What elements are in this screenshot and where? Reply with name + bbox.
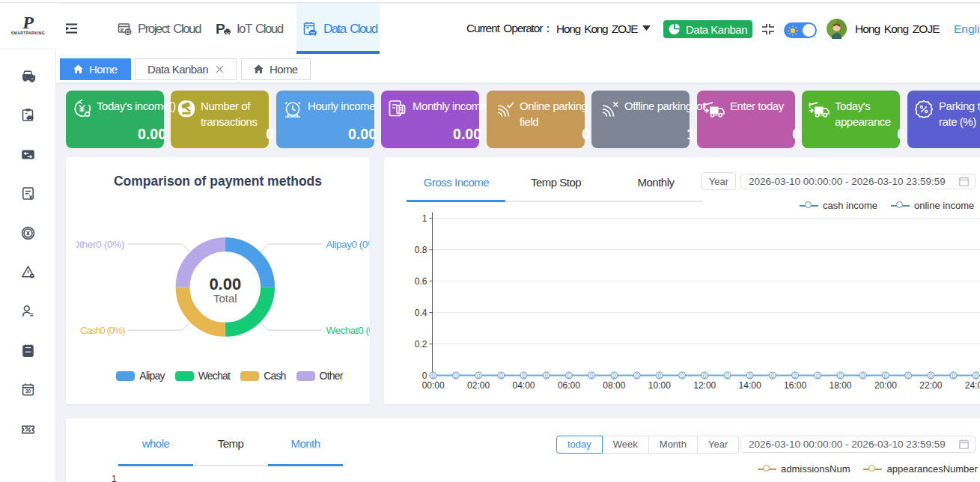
svg-text:0.8: 0.8 xyxy=(415,245,427,255)
svg-text:0.00: 0.00 xyxy=(209,275,241,293)
svg-text:Alipay0 (0%): Alipay0 (0%) xyxy=(326,239,370,250)
svg-text:0.4: 0.4 xyxy=(415,308,427,318)
svg-text:Wechat0 (0%): Wechat0 (0%) xyxy=(326,325,370,336)
svg-text:0: 0 xyxy=(590,372,594,379)
svg-text:24:00: 24:00 xyxy=(965,380,980,391)
svg-text:0: 0 xyxy=(657,372,661,379)
svg-text:0: 0 xyxy=(635,372,639,379)
svg-text:0: 0 xyxy=(522,372,526,379)
svg-text:0: 0 xyxy=(816,372,820,379)
svg-text:0: 0 xyxy=(974,372,978,379)
svg-text:00:00: 00:00 xyxy=(422,380,445,391)
svg-text:0.2: 0.2 xyxy=(415,339,427,350)
svg-text:0: 0 xyxy=(884,372,888,379)
svg-text:0: 0 xyxy=(770,372,774,379)
svg-text:0: 0 xyxy=(794,372,797,379)
svg-text:0: 0 xyxy=(499,372,503,379)
svg-text:0: 0 xyxy=(454,372,458,379)
svg-text:0: 0 xyxy=(929,372,933,379)
svg-text:22:00: 22:00 xyxy=(919,380,942,391)
svg-text:0: 0 xyxy=(907,372,910,379)
svg-text:12:00: 12:00 xyxy=(693,380,716,391)
svg-text:30: 30 xyxy=(25,388,31,394)
svg-text:02:00: 02:00 xyxy=(467,380,490,391)
svg-text:Total: Total xyxy=(213,292,237,305)
svg-text:Other0 (0%): Other0 (0%) xyxy=(76,239,124,250)
svg-text:08:00: 08:00 xyxy=(603,380,625,391)
svg-text:0: 0 xyxy=(612,372,616,379)
svg-text:06:00: 06:00 xyxy=(558,380,580,391)
svg-text:10:00: 10:00 xyxy=(648,380,671,391)
svg-text:0: 0 xyxy=(431,372,435,379)
svg-text:0: 0 xyxy=(681,372,684,379)
svg-text:0: 0 xyxy=(839,372,842,379)
svg-text:0: 0 xyxy=(477,372,481,379)
svg-text:0: 0 xyxy=(544,372,548,379)
svg-text:0: 0 xyxy=(861,372,865,379)
svg-text:Cash0 (0%): Cash0 (0%) xyxy=(80,325,125,336)
svg-text:P: P xyxy=(216,21,225,37)
svg-text:0: 0 xyxy=(703,372,707,379)
svg-text:0: 0 xyxy=(952,372,955,379)
svg-text:16:00: 16:00 xyxy=(784,380,806,391)
svg-text:20:00: 20:00 xyxy=(874,380,897,391)
svg-text:04:00: 04:00 xyxy=(513,380,535,391)
svg-text:0: 0 xyxy=(748,372,752,379)
svg-text:0: 0 xyxy=(725,372,729,379)
svg-text:18:00: 18:00 xyxy=(829,380,851,391)
svg-text:0.6: 0.6 xyxy=(415,276,427,287)
svg-text:1: 1 xyxy=(422,213,427,224)
svg-text:14:00: 14:00 xyxy=(739,380,761,391)
svg-text:0: 0 xyxy=(422,370,427,381)
svg-text:0: 0 xyxy=(567,372,571,379)
